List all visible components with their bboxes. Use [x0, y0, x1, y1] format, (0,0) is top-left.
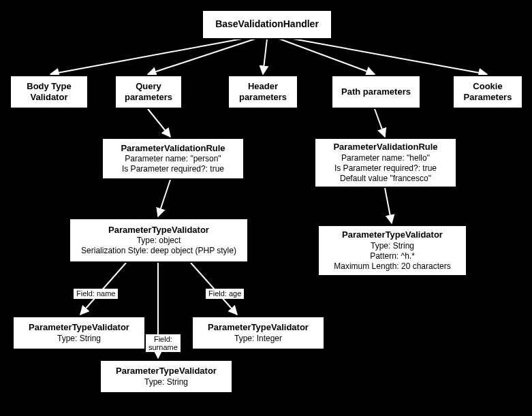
node-line: Parameters [464, 92, 512, 103]
node-line: Body Type [27, 81, 72, 92]
edge-label-line: Field: [154, 335, 172, 343]
edge-label-surname: Field: surname [146, 334, 181, 352]
svg-line-2 [263, 39, 267, 74]
node-detail: Parameter name: "hello" [341, 153, 430, 163]
node-cookie-parameters: Cookie Parameters [452, 75, 523, 109]
node-detail: Type: object [137, 236, 181, 246]
svg-line-5 [148, 109, 170, 137]
node-detail: Type: String [371, 241, 414, 251]
node-path-parameters: Path parameters [331, 75, 421, 109]
node-rule-hello: ParameterValidationRule Parameter name: … [314, 138, 457, 188]
edge-label-name: Field: name [74, 289, 118, 299]
node-title: BaseValidationHandler [215, 18, 319, 31]
node-line: Validator [31, 92, 68, 103]
node-title: ParameterTypeValidator [342, 229, 443, 240]
node-validator-surname: ParameterTypeValidator Type: String [99, 359, 233, 394]
node-detail: Type: Integer [234, 334, 282, 344]
node-detail: Is Parameter required?: true [122, 164, 224, 174]
node-title: ParameterValidationRule [121, 143, 225, 154]
node-base-validation-handler: BaseValidationHandler [202, 10, 332, 39]
node-validator-name: ParameterTypeValidator Type: String [12, 316, 146, 350]
node-title: ParameterValidationRule [333, 142, 437, 153]
node-line: Query [136, 81, 161, 92]
diagram-canvas: BaseValidationHandler Body Type Validato… [0, 0, 532, 416]
node-line: parameters [125, 92, 172, 103]
node-line: Header [248, 81, 278, 92]
node-line: parameters [239, 92, 287, 103]
svg-line-7 [158, 180, 170, 217]
connector-layer [0, 0, 532, 416]
node-line: Cookie [473, 81, 502, 92]
node-detail: Pattern: ^h.* [370, 251, 415, 261]
node-body-type-validator: Body Type Validator [10, 75, 89, 109]
node-detail: Serialization Style: deep object (PHP st… [81, 246, 236, 256]
node-detail: Parameter name: "person" [125, 154, 221, 164]
edge-label-age: Field: age [206, 289, 244, 299]
node-detail: Type: String [144, 377, 188, 387]
node-detail: Default value "francesco" [340, 174, 431, 184]
node-line: Path parameters [341, 86, 411, 97]
node-header-parameters: Header parameters [228, 75, 298, 109]
svg-line-8 [385, 188, 392, 223]
node-title: ParameterTypeValidator [108, 225, 209, 236]
node-rule-person: ParameterValidationRule Parameter name: … [101, 138, 245, 180]
node-detail: Maximum Length: 20 characters [334, 261, 450, 272]
node-query-parameters: Query parameters [114, 75, 183, 109]
node-validator-hello-string: ParameterTypeValidator Type: String Patt… [317, 225, 467, 276]
svg-line-0 [50, 39, 242, 74]
node-title: ParameterTypeValidator [208, 322, 309, 333]
node-validator-age: ParameterTypeValidator Type: Integer [191, 316, 325, 350]
edge-label-line: surname [148, 343, 178, 351]
node-detail: Type: String [57, 334, 101, 344]
node-detail: Is Parameter required?: true [334, 163, 437, 174]
svg-line-6 [375, 109, 385, 137]
node-validator-object: ParameterTypeValidator Type: object Seri… [69, 218, 249, 263]
node-title: ParameterTypeValidator [29, 322, 129, 333]
svg-line-4 [293, 39, 487, 74]
node-title: ParameterTypeValidator [116, 366, 217, 377]
svg-line-1 [148, 39, 255, 74]
svg-line-3 [279, 39, 375, 74]
